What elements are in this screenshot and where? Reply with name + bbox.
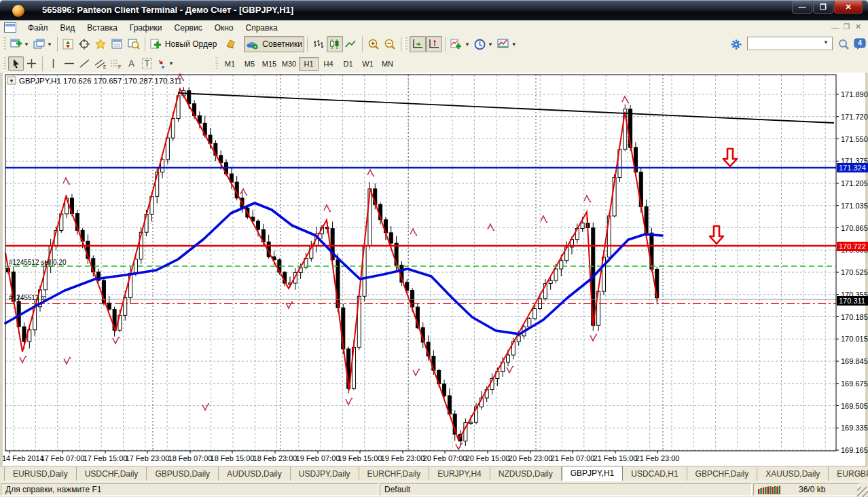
traffic-counter: 36/0 kb xyxy=(799,485,825,494)
expert-advisors-button[interactable]: Советники xyxy=(244,36,304,52)
fractal-up-icon xyxy=(183,79,184,81)
templates-button[interactable]: ▼ xyxy=(495,36,519,52)
line-chart-button[interactable] xyxy=(343,36,359,52)
chevron-down-icon[interactable]: ▼ xyxy=(823,39,829,45)
current-price-label: 171.324 xyxy=(839,164,866,172)
chart-tab-gbpjpy-h1[interactable]: GBPJPY,H1 xyxy=(562,466,623,481)
order-label: #1245512 sell 0.20 xyxy=(9,259,67,266)
chevron-down-icon: ▼ xyxy=(24,41,29,48)
navigator-button[interactable] xyxy=(77,36,93,52)
auto-scroll-button[interactable] xyxy=(410,36,426,52)
status-bar: Для справки, нажмите F1 Default 36/0 kb xyxy=(0,481,868,497)
child-close-button[interactable]: ✕ xyxy=(852,22,864,32)
chart-shift-button[interactable] xyxy=(426,36,442,52)
child-minimize-button[interactable]: — xyxy=(829,22,841,32)
time-axis-label: 20 Feb 07:00 xyxy=(423,454,467,462)
chart-tab-eurchf-daily[interactable]: EURCHF,Daily xyxy=(359,467,430,481)
price-axis-label: 170.185 xyxy=(841,313,868,321)
standard-toolbar: ▼ ▼ Новый xyxy=(0,34,868,55)
favorites-button[interactable] xyxy=(93,36,109,52)
menu-item-вид[interactable]: Вид xyxy=(54,22,82,34)
toolbar-grip[interactable] xyxy=(215,57,218,71)
bar-chart-button[interactable] xyxy=(310,36,327,52)
chart-tab-usdchf-daily[interactable]: USDCHF,Daily xyxy=(77,467,147,481)
candle-body xyxy=(469,422,473,424)
indicators-button[interactable]: ▼ xyxy=(448,36,472,52)
status-connection[interactable]: 36/0 kb xyxy=(753,483,859,496)
text-label-tool-button[interactable]: T xyxy=(139,56,155,71)
chart-tab-eurjpy-h4[interactable]: EURJPY,H4 xyxy=(429,467,490,481)
arrows-tool-button[interactable]: ▼ xyxy=(155,56,176,71)
tab-scroll-right-button[interactable]: ► xyxy=(856,470,865,477)
timeframe-h4-button[interactable]: H4 xyxy=(319,57,338,71)
chart-tab-audusd-daily[interactable]: AUDUSD,Daily xyxy=(219,467,291,481)
menu-item-графики[interactable]: Графики xyxy=(124,22,168,34)
new-order-button[interactable]: Новый Ордер xyxy=(148,36,219,52)
timeframe-d1-button[interactable]: D1 xyxy=(338,57,358,71)
toolbar-grip[interactable] xyxy=(404,37,408,51)
market-watch-button[interactable] xyxy=(60,36,77,52)
chevron-down-icon: ▼ xyxy=(47,41,52,48)
menu-item-сервис[interactable]: Сервис xyxy=(168,22,209,34)
search-input[interactable] xyxy=(747,37,833,50)
time-axis-label: 20 Feb 15:00 xyxy=(466,454,510,462)
fractal-up-icon xyxy=(493,229,494,231)
timeframe-m30-button[interactable]: M30 xyxy=(279,57,299,71)
toolbar-grip[interactable] xyxy=(3,57,6,71)
chart-tab-gbpchf-daily[interactable]: GBPCHF,Daily xyxy=(687,467,758,481)
candlestick-chart-button[interactable] xyxy=(327,36,343,52)
time-axis-label: 17 Feb 15:00 xyxy=(84,454,128,462)
cursor-tool-button[interactable] xyxy=(8,56,24,71)
periods-button[interactable]: ▼ xyxy=(472,36,495,52)
timeframe-m15-button[interactable]: M15 xyxy=(259,57,279,71)
menu-item-окно[interactable]: Окно xyxy=(209,22,240,34)
chevron-down-icon: ▼ xyxy=(465,41,470,48)
chart-tab-eurusd-daily[interactable]: EURUSD,Daily xyxy=(4,467,77,481)
fibonacci-tool-button[interactable]: F xyxy=(108,56,124,71)
maximize-button[interactable]: ❐ xyxy=(813,1,833,14)
tab-scroll-left-button[interactable]: ◄ xyxy=(846,470,856,477)
timeframe-mn-button[interactable]: MN xyxy=(378,57,397,71)
menu-item-справка[interactable]: Справка xyxy=(240,22,284,34)
toolbar-grip[interactable] xyxy=(3,37,6,51)
chart-tab-nzdusd-daily[interactable]: NZDUSD,Daily xyxy=(490,467,562,481)
menu-item-вставка[interactable]: Вставка xyxy=(81,22,124,34)
child-restore-button[interactable]: ❐ xyxy=(841,22,852,32)
zoom-out-button[interactable] xyxy=(382,36,398,52)
data-window-button[interactable] xyxy=(109,36,126,52)
title-bar[interactable]: 565896: Panteon Client Terminal - Демо С… xyxy=(0,0,868,20)
candle-body xyxy=(187,91,191,104)
time-axis-label: 21 Feb 23:00 xyxy=(636,454,680,462)
time-axis-label: 20 Feb 23:00 xyxy=(509,454,553,462)
chart-tab-gbpusd-daily[interactable]: GBPUSD,Daily xyxy=(147,467,219,481)
timeframe-w1-button[interactable]: W1 xyxy=(358,57,378,71)
notifications-badge[interactable]: 4 xyxy=(852,36,868,52)
close-button[interactable]: ✕ xyxy=(834,1,863,14)
timeframe-m1-button[interactable]: M1 xyxy=(220,57,240,71)
vertical-line-tool-button[interactable] xyxy=(46,56,61,71)
new-chart-button[interactable]: ▼ xyxy=(8,36,31,52)
chart-area[interactable]: ▼GBPJPY,H1 170.626 170.657 170.287 170.3… xyxy=(0,73,868,466)
zoom-in-button[interactable] xyxy=(365,36,382,52)
trendline-tool-button[interactable] xyxy=(77,56,92,71)
timeframe-m5-button[interactable]: M5 xyxy=(240,57,259,71)
search-button[interactable] xyxy=(835,36,852,52)
autotrading-button[interactable] xyxy=(223,36,240,52)
status-profile[interactable]: Default xyxy=(380,483,752,496)
chart-tab-xauusd-daily[interactable]: XAUUSD,Daily xyxy=(757,467,829,481)
chart-tab-usdcad-h1[interactable]: USDCAD,H1 xyxy=(623,467,687,481)
equidistant-channel-tool-button[interactable]: E xyxy=(92,56,108,71)
profiles-button[interactable]: ▼ xyxy=(31,36,54,52)
timeframe-h1-button[interactable]: H1 xyxy=(299,57,319,71)
price-axis-label: 171.720 xyxy=(841,113,868,121)
strategy-tester-button[interactable] xyxy=(126,36,142,52)
text-tool-button[interactable]: A xyxy=(124,56,139,71)
horizontal-line-tool-button[interactable] xyxy=(61,56,77,71)
crosshair-tool-button[interactable] xyxy=(24,56,39,71)
menu-item-файл[interactable]: Файл xyxy=(22,22,54,34)
fractal-down-icon xyxy=(351,398,352,399)
resize-grip[interactable] xyxy=(857,487,868,497)
minimize-button[interactable]: — xyxy=(792,1,812,14)
chart-tab-usdjpy-daily[interactable]: USDJPY,Daily xyxy=(291,467,359,481)
settings-gear-button[interactable] xyxy=(728,36,744,52)
